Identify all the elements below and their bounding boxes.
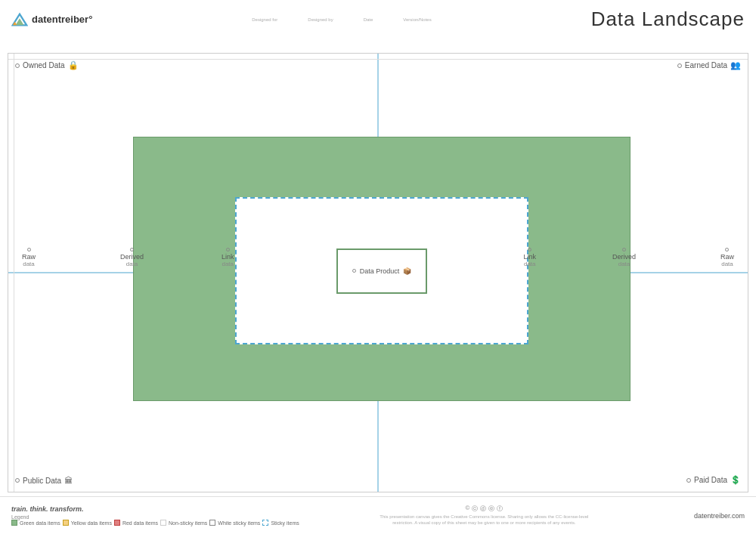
header: datentreiber° Designed for Designed by D… [0, 8, 756, 31]
ruler-top [8, 54, 748, 60]
cc4-icon: ⓔ [488, 505, 494, 513]
legend-dot-white-border [209, 520, 215, 526]
legend-red-label: Red data items [122, 520, 158, 526]
header-meta: Designed for Designed by Date Version/No… [252, 17, 431, 22]
paid-data-label: Paid Data [694, 476, 727, 484]
legend-green-label: Green data items [20, 520, 60, 526]
legend-dot-red [114, 520, 120, 526]
corner-owned-data: Owned Data 🔒 [15, 60, 79, 70]
legend-dot-dashed [262, 520, 268, 526]
data-product-dot [352, 269, 356, 273]
data-product-label: Data Product [360, 267, 400, 275]
legend-dot-yellow [63, 520, 69, 526]
footer-legend: Green data items Yellow data items Red d… [11, 520, 299, 526]
legend-yellow-label: Yellow data items [71, 520, 112, 526]
meta-date: Date [364, 17, 373, 22]
legend-green: Green data items [11, 520, 60, 526]
cc2-icon: ⓒ [472, 505, 478, 513]
meta-version: Version/Notes [403, 17, 431, 22]
legend-yellow: Yellow data items [63, 520, 112, 526]
money-icon: 💲 [730, 475, 741, 485]
axis-label-link-right: Link data [523, 248, 536, 267]
earned-data-dot [677, 63, 682, 68]
bank-icon: 🏛 [64, 476, 73, 485]
owned-data-dot [15, 63, 20, 68]
cc5-icon: ⓕ [497, 505, 503, 513]
axis-label-left-top: Raw data [22, 248, 36, 267]
inner-data-zone: Data Product 📦 [235, 197, 528, 344]
corner-earned-data: Earned Data 👥 [677, 60, 741, 70]
box-icon: 📦 [403, 267, 411, 275]
public-data-dot [15, 478, 20, 483]
footer-tagline: train. think. transform. [11, 505, 299, 513]
legend-white-label: Non-sticky items [169, 520, 207, 526]
legend-red: Red data items [114, 520, 158, 526]
owned-data-label: Owned Data [23, 61, 65, 69]
axis-label-right-mid: Derived data [612, 248, 636, 267]
corner-paid-data: Paid Data 💲 [686, 475, 741, 485]
legend-dot-green [11, 520, 17, 526]
logo-text: datentreiber° [32, 14, 92, 25]
paid-data-dot [686, 478, 691, 483]
legend-dashed-label: Sticky items [271, 520, 299, 526]
meta-designed-for: Designed for [252, 17, 277, 22]
legend-white-border: White sticky items [209, 520, 260, 526]
footer-license: This presentation canvas gives the Creat… [370, 514, 597, 526]
axis-label-right-top: Raw data [720, 248, 734, 267]
axis-label-left-mid: Derived data [120, 248, 144, 267]
axis-label-link-left: Link data [222, 248, 234, 267]
cc3-icon: ⓓ [480, 505, 486, 513]
footer-brand: train. think. transform. Legend Green da… [11, 505, 299, 526]
corner-public-data: Public Data 🏛 [15, 476, 73, 485]
legend-white: Non-sticky items [160, 520, 207, 526]
main-canvas: Data Product 📦 Raw data Derived data Lin… [8, 53, 748, 492]
earned-data-label: Earned Data [685, 61, 727, 69]
legend-white-border-label: White sticky items [218, 520, 260, 526]
logo-icon [11, 11, 28, 28]
footer: train. think. transform. Legend Green da… [0, 496, 756, 534]
legend-dot-white [160, 520, 166, 526]
footer-center: © ⓒ ⓓ ⓔ ⓕ This presentation canvas gives… [370, 505, 597, 526]
lock-icon: 🔒 [68, 60, 79, 70]
page-title: Data Landscape [591, 8, 745, 31]
cc-icon: © [465, 505, 469, 513]
people-icon: 👥 [730, 60, 741, 70]
legend-dashed: Sticky items [262, 520, 299, 526]
meta-designed-by: Designed by [308, 17, 333, 22]
public-data-label: Public Data [23, 477, 61, 485]
footer-icons: © ⓒ ⓓ ⓔ ⓕ [465, 505, 503, 513]
footer-website: datentreiber.com [669, 512, 745, 520]
logo-area: datentreiber° [11, 11, 92, 28]
legend-label: Legend [11, 514, 299, 520]
data-product-box[interactable]: Data Product 📦 [336, 248, 427, 294]
ruler-left [8, 54, 14, 492]
